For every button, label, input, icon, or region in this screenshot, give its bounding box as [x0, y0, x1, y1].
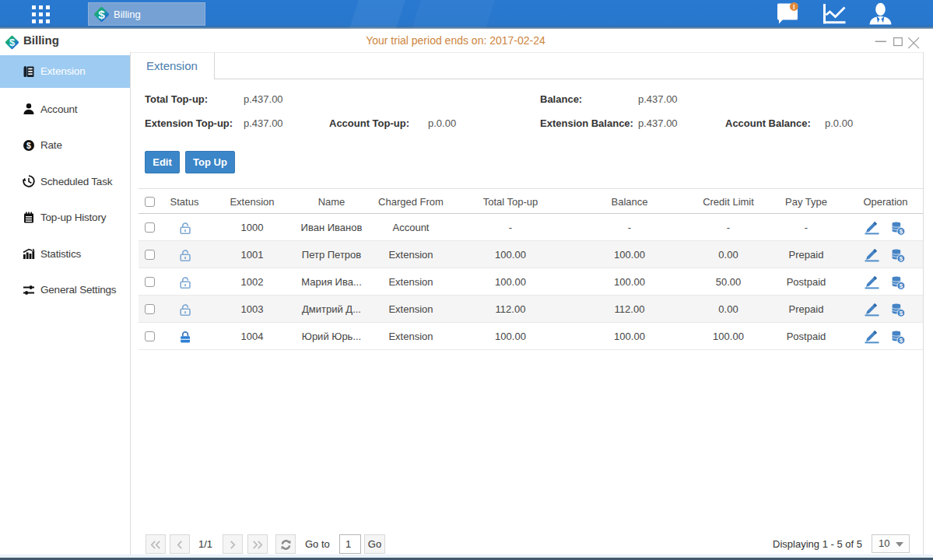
svg-text:$: $ [900, 228, 903, 235]
svg-text:$: $ [900, 310, 903, 317]
svg-text:$: $ [900, 337, 903, 344]
svg-text:$: $ [900, 255, 903, 262]
svg-text:$: $ [26, 141, 31, 150]
svg-text:!: ! [793, 3, 795, 11]
svg-text:$: $ [900, 282, 903, 289]
svg-text:$: $ [98, 8, 105, 21]
